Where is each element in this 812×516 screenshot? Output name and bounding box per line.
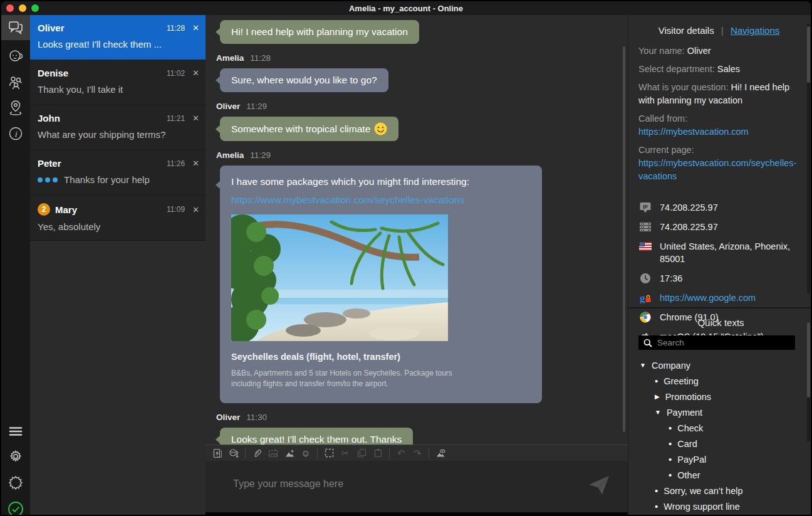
clock-icon bbox=[638, 272, 652, 285]
tree-item-check[interactable]: •Check bbox=[638, 420, 803, 436]
chat-name: Oliver bbox=[38, 23, 65, 33]
sender-name: Amelia bbox=[216, 150, 244, 160]
typing-indicator-icon bbox=[38, 177, 58, 182]
composer-toolbar: ☺ ✂ ↶ ↷ bbox=[206, 445, 628, 461]
tree-item-other[interactable]: •Other bbox=[638, 467, 803, 483]
expanded-triangle-icon[interactable]: ▼ bbox=[655, 409, 661, 416]
chat-row-john[interactable]: John 11:21 ✕ What are your shipping term… bbox=[30, 105, 206, 150]
vacation-link[interactable]: https://www.mybestvacation.com/seychelle… bbox=[231, 194, 531, 206]
location-icon bbox=[8, 100, 23, 116]
window-title: Amelia - my_account - Online bbox=[349, 4, 463, 13]
chat-name: Denise bbox=[38, 68, 68, 78]
message-input[interactable] bbox=[233, 478, 584, 490]
message-history[interactable]: Hi! I need help with planning my vacatio… bbox=[206, 15, 628, 445]
add-agent-icon[interactable] bbox=[226, 446, 242, 460]
chat-row-denise[interactable]: Denise 11:02 ✕ Thank you, I'll take it bbox=[30, 60, 206, 105]
chat-row-mary[interactable]: 2 Mary 11:09 ✕ Yes, absolutely bbox=[30, 196, 206, 241]
send-plane-icon bbox=[588, 475, 610, 496]
bullet-icon: • bbox=[669, 423, 672, 433]
quick-text-icon[interactable] bbox=[209, 446, 226, 460]
called-from-link[interactable]: https://mybestvacation.com bbox=[638, 127, 749, 137]
online-check-icon bbox=[8, 501, 24, 516]
field-called-from: Called from: https://mybestvacation.com bbox=[638, 112, 799, 139]
send-button[interactable] bbox=[588, 475, 610, 498]
chat-row-oliver[interactable]: Oliver 11:28 ✕ Looks great! I'll check t… bbox=[30, 15, 206, 60]
image-upload-icon[interactable] bbox=[265, 446, 281, 460]
nav-agents-button[interactable] bbox=[1, 44, 30, 69]
close-chat-icon[interactable]: ✕ bbox=[192, 68, 199, 78]
bullet-icon: • bbox=[669, 470, 672, 480]
quick-texts-search[interactable] bbox=[638, 335, 795, 350]
nav-chats-button[interactable] bbox=[1, 15, 30, 40]
window-bottom-edge bbox=[206, 512, 628, 516]
conversation-area: Hi! I need help with planning my vacatio… bbox=[206, 15, 628, 516]
tree-item-payment[interactable]: ▼Payment bbox=[638, 404, 803, 420]
current-page-link[interactable]: https://mybestvacation.com/seychelles-va… bbox=[638, 158, 796, 181]
chat-row-peter[interactable]: Peter 11:26 ✕ Thanks for your help bbox=[30, 150, 206, 196]
chat-scrollbar[interactable] bbox=[623, 46, 625, 432]
field-question: What is your question: Hi! I need help w… bbox=[638, 81, 799, 107]
card-description: B&Bs, Apartments and 5 star Hotels on Se… bbox=[231, 368, 462, 389]
quick-texts-scrollbar[interactable] bbox=[807, 322, 810, 441]
beach-photo[interactable] bbox=[231, 214, 448, 341]
settings-button[interactable] bbox=[1, 444, 30, 469]
tree-item-company[interactable]: ▼Company bbox=[638, 357, 803, 373]
app-window: Amelia - my_account - Online i bbox=[0, 0, 812, 516]
message-meta: Oliver11:29 bbox=[216, 102, 613, 111]
close-chat-icon[interactable]: ✕ bbox=[192, 159, 199, 168]
emoji-icon[interactable]: ☺ bbox=[298, 446, 314, 460]
tab-visitor-details[interactable]: Visitor details bbox=[658, 25, 714, 36]
message-time: 11:29 bbox=[250, 150, 271, 160]
bullet-icon: • bbox=[655, 376, 658, 386]
close-window-button[interactable] bbox=[6, 4, 14, 12]
chat-icon bbox=[8, 21, 23, 34]
notifications-button[interactable] bbox=[1, 470, 30, 495]
nav-locations-button[interactable] bbox=[1, 95, 30, 120]
undo-icon[interactable]: ↶ bbox=[393, 446, 409, 460]
composer bbox=[206, 461, 628, 512]
tab-navigations[interactable]: Navigations bbox=[731, 25, 779, 36]
svg-text:g: g bbox=[640, 292, 645, 303]
visitor-details-section: Visitor details | Navigations Your name:… bbox=[628, 15, 812, 307]
online-status-button[interactable] bbox=[1, 497, 30, 516]
insert-image-icon[interactable] bbox=[281, 446, 298, 460]
field-current-page: Current page: https://mybestvacation.com… bbox=[638, 144, 799, 183]
bullet-icon: • bbox=[655, 485, 658, 496]
minimize-window-button[interactable] bbox=[19, 4, 26, 12]
preview-image-icon[interactable] bbox=[432, 446, 449, 460]
referrer-link[interactable]: https://www.google.com bbox=[660, 292, 756, 304]
visitor-details-scrollbar[interactable] bbox=[807, 24, 810, 293]
redo-icon[interactable]: ↷ bbox=[409, 446, 425, 460]
tree-item-greeting[interactable]: •Greeting bbox=[638, 373, 803, 389]
tree-item-paypal[interactable]: •PayPal bbox=[638, 451, 803, 467]
us-flag-icon bbox=[638, 240, 652, 253]
tree-item-promotions[interactable]: ▶Promotions bbox=[638, 389, 803, 404]
cut-icon[interactable]: ✂ bbox=[337, 446, 353, 460]
close-chat-icon[interactable]: ✕ bbox=[192, 205, 199, 214]
chat-time: 11:26 bbox=[167, 159, 185, 168]
message-meta: Amelia11:29 bbox=[216, 150, 613, 160]
search-input[interactable] bbox=[657, 338, 790, 347]
tree-item-card[interactable]: •Card bbox=[638, 436, 803, 451]
tree-item-sorry[interactable]: •Sorry, we can’t help bbox=[638, 483, 803, 498]
paste-icon[interactable] bbox=[370, 446, 386, 460]
chat-preview: Looks great! I'll check them ... bbox=[38, 39, 199, 50]
zoom-window-button[interactable] bbox=[31, 4, 39, 12]
select-region-icon[interactable] bbox=[321, 446, 337, 460]
copy-icon[interactable] bbox=[353, 446, 370, 460]
close-chat-icon[interactable]: ✕ bbox=[192, 23, 199, 33]
menu-button[interactable] bbox=[1, 419, 30, 444]
chat-time: 11:02 bbox=[167, 69, 185, 78]
tree-item-wrong-line[interactable]: •Wrong support line bbox=[638, 498, 803, 514]
expanded-triangle-icon[interactable]: ▼ bbox=[640, 362, 646, 369]
titlebar: Amelia - my_account - Online bbox=[1, 1, 811, 15]
hamburger-icon bbox=[9, 426, 23, 436]
message-time: 11:28 bbox=[250, 53, 271, 63]
attach-icon[interactable] bbox=[249, 446, 265, 460]
nav-visitors-button[interactable] bbox=[1, 70, 30, 95]
visitor-message: Hi! I need help with planning my vacatio… bbox=[220, 20, 419, 44]
collapsed-triangle-icon[interactable]: ▶ bbox=[655, 393, 660, 400]
close-chat-icon[interactable]: ✕ bbox=[192, 113, 199, 123]
info-icon: i bbox=[8, 126, 23, 141]
nav-info-button[interactable]: i bbox=[1, 121, 30, 146]
